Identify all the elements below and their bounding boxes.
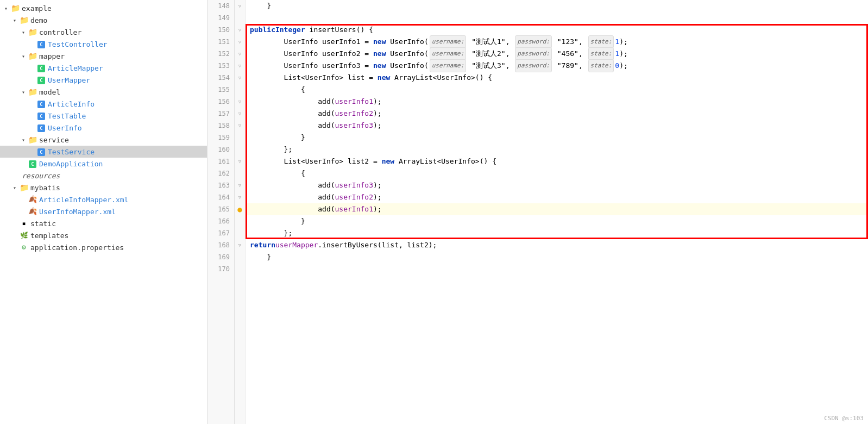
- gutter-cell: [235, 167, 245, 179]
- line-number: 158: [207, 120, 230, 132]
- line-number: 165: [207, 203, 230, 215]
- sidebar-item-mapper[interactable]: ▾📁mapper: [0, 50, 207, 62]
- java-class-icon: C: [37, 123, 46, 132]
- sidebar-item-UserMapper[interactable]: CUserMapper: [0, 74, 207, 86]
- code-line: add(userInfo2);: [246, 108, 868, 120]
- line-number: 148: [207, 0, 230, 12]
- line-number: 164: [207, 191, 230, 203]
- line-number: 161: [207, 155, 230, 167]
- tree-label: UserInfo: [48, 124, 82, 132]
- sidebar-item-UserInfo[interactable]: CUserInfo: [0, 122, 207, 134]
- gutter-cell: ▽: [235, 24, 245, 36]
- fold-icon: ▽: [238, 183, 241, 188]
- sidebar-item-static[interactable]: ▪static: [0, 217, 207, 229]
- warning-icon: ●: [237, 205, 242, 214]
- tree-arrow: ▾: [22, 89, 28, 95]
- xml-file-icon: 🍂: [28, 195, 37, 204]
- line-number: 152: [207, 48, 230, 60]
- fold-icon: ▽: [238, 159, 241, 164]
- templates-folder-icon: 🌿: [20, 231, 28, 240]
- code-line: }: [246, 0, 868, 12]
- gutter-cell: ▽: [235, 239, 245, 251]
- folder-icon: 📁: [28, 135, 37, 144]
- fold-icon: ▽: [238, 63, 241, 68]
- sidebar-item-TestTable[interactable]: CTestTable: [0, 110, 207, 122]
- code-line: UserInfo userInfo3 = new UserInfo(userna…: [246, 60, 868, 72]
- tree-arrow: ▾: [4, 5, 11, 11]
- sidebar-item-ArticleInfoMapper[interactable]: 🍂ArticleInfoMapper.xml: [0, 194, 207, 205]
- gutter-cell: [235, 215, 245, 227]
- sidebar-item-ArticleInfo[interactable]: CArticleInfo: [0, 98, 207, 110]
- sidebar-item-TestService[interactable]: CTestService: [0, 146, 207, 158]
- code-lines[interactable]: } public Integer insertUsers() { UserInf…: [246, 0, 868, 424]
- tree-label: TestController: [48, 40, 108, 48]
- fold-icon: ▽: [238, 99, 241, 104]
- sidebar-item-service[interactable]: ▾📁service: [0, 134, 207, 146]
- sidebar-item-mybatis[interactable]: ▾📁mybatis: [0, 182, 207, 194]
- line-number: 166: [207, 215, 230, 227]
- line-number: 169: [207, 251, 230, 263]
- sidebar-item-controller[interactable]: ▾📁controller: [0, 26, 207, 38]
- fold-icon: ▽: [238, 242, 241, 248]
- line-number: 156: [207, 96, 230, 108]
- sidebar-item-UserInfoMapper[interactable]: 🍂UserInfoMapper.xml: [0, 205, 207, 217]
- gutter-cell: ▽: [235, 48, 245, 60]
- code-line: };: [246, 227, 868, 239]
- tree-label: UserInfoMapper.xml: [39, 208, 116, 216]
- sidebar-item-model[interactable]: ▾📁model: [0, 86, 207, 98]
- folder-icon: 📁: [20, 16, 28, 24]
- code-line: add(userInfo3);: [246, 179, 868, 191]
- java-class-icon: C: [37, 147, 46, 156]
- tree-arrow: ▾: [22, 29, 28, 35]
- sidebar-item-demo[interactable]: ▾📁demo: [0, 14, 207, 26]
- line-number: 157: [207, 108, 230, 120]
- sidebar-item-example[interactable]: ▾📁example: [0, 2, 207, 14]
- tree-label: TestTable: [48, 112, 86, 120]
- sidebar-item-DemoApplication[interactable]: CDemoApplication: [0, 158, 207, 170]
- code-line: add(userInfo1);: [246, 96, 868, 108]
- tree-label: ArticleInfo: [48, 100, 95, 108]
- code-line: [246, 12, 868, 24]
- tree-label: demo: [30, 16, 47, 24]
- code-line: List<UserInfo> list = new ArrayList<User…: [246, 72, 868, 84]
- line-number: 154: [207, 72, 230, 84]
- tree-label: TestService: [48, 148, 95, 156]
- sidebar-item-ArticleMapper[interactable]: CArticleMapper: [0, 62, 207, 74]
- tree-label: DemoApplication: [39, 160, 103, 168]
- gutter-cell: ▽: [235, 108, 245, 120]
- line-number: 163: [207, 179, 230, 191]
- code-line: }: [246, 132, 868, 144]
- mybatis-folder-icon: 📁: [20, 183, 28, 192]
- gutter-cell: [235, 263, 245, 275]
- fold-icon: ▽: [238, 51, 241, 57]
- code-line: {: [246, 167, 868, 179]
- gutter-cell: [235, 251, 245, 263]
- sidebar-item-TestController[interactable]: CTestController: [0, 38, 207, 50]
- code-content: 1481491501511521531541551561571581591601…: [207, 0, 868, 424]
- java-class-icon: C: [37, 40, 46, 48]
- sidebar-item-resources-header[interactable]: resources: [0, 170, 207, 182]
- section-icon: [11, 171, 20, 180]
- file-tree: ▾📁example▾📁demo▾📁controllerCTestControll…: [0, 0, 207, 424]
- folder-icon: 📁: [28, 28, 37, 36]
- gutter-cell: [235, 132, 245, 144]
- folder-icon: 📁: [11, 4, 20, 13]
- gutter-cell: ▽: [235, 36, 245, 48]
- fold-icon: ▽: [238, 75, 241, 80]
- sidebar-item-application[interactable]: ⚙application.properties: [0, 241, 207, 253]
- tree-label: static: [30, 220, 56, 228]
- code-line: }: [246, 215, 868, 227]
- gutter-cell: ▽: [235, 179, 245, 191]
- tree-label: controller: [39, 28, 81, 36]
- fold-icon: ▽: [238, 27, 241, 33]
- tree-label: mybatis: [30, 184, 60, 192]
- line-number: 149: [207, 12, 230, 24]
- code-line: UserInfo userInfo2 = new UserInfo(userna…: [246, 48, 868, 60]
- tree-label: application.properties: [30, 244, 124, 252]
- sidebar-item-templates[interactable]: 🌿templates: [0, 229, 207, 241]
- line-number: 162: [207, 167, 230, 179]
- line-number: 159: [207, 132, 230, 144]
- fold-icon: ▽: [238, 3, 241, 9]
- code-line: add(userInfo3);: [246, 120, 868, 132]
- java-interface-icon: C: [37, 64, 46, 72]
